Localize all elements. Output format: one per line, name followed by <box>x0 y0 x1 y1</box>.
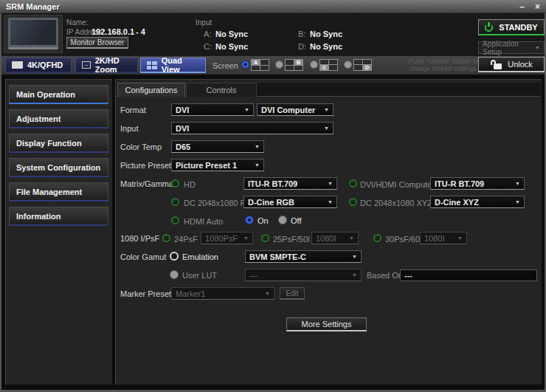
application-setup-label: Application Setup <box>483 40 535 56</box>
chevron-down-icon: ▼ <box>321 107 329 112</box>
chevron-down-icon: ▼ <box>252 162 260 168</box>
input-c-channel: C: <box>204 42 212 51</box>
standby-button[interactable]: STANDBY <box>478 19 545 35</box>
format-label: Format <box>120 106 146 114</box>
user-lut-radio[interactable] <box>170 270 179 279</box>
format-computer-dropdown[interactable]: DVI Computer ▼ <box>257 103 334 116</box>
picture-preset-label: Picture Preset <box>120 161 171 170</box>
chevron-down-icon: ▼ <box>349 272 357 278</box>
minimize-button[interactable]: – <box>519 1 525 13</box>
unlock-button[interactable]: Unlock <box>478 57 545 72</box>
hdmi-auto-off-radio[interactable] <box>278 216 287 224</box>
window-title: SRM Manager <box>6 2 60 11</box>
hdmi-auto-on-radio[interactable] <box>245 216 254 224</box>
sidebar-item-label: System Configuration <box>16 163 100 172</box>
dc-xyz-label: DC 2048x1080 XYZ <box>360 199 432 207</box>
input-dropdown[interactable]: DVI ▼ <box>171 122 334 134</box>
chevron-down-icon: ▼ <box>262 291 270 296</box>
sidebar-item-label: Adjustment <box>16 114 61 123</box>
psf-25-led-indicator <box>261 234 269 242</box>
more-settings-button[interactable]: More Settings <box>286 317 367 331</box>
dc-rgb-led-indicator <box>171 198 179 206</box>
chevron-down-icon: ▼ <box>241 107 249 112</box>
monitor-screen <box>10 20 56 45</box>
psf-30-label: 30PsF/60I <box>385 235 422 244</box>
quad-grid-icon <box>147 61 157 69</box>
quadrant-b: B <box>294 60 303 65</box>
srm-manager-window: SRM Manager – × Name: IP Address: 192.16… <box>0 0 546 392</box>
hd-led-indicator <box>171 179 179 188</box>
sidebar-item-system-configuration[interactable]: System Configuration <box>9 158 108 177</box>
chevron-down-icon: ▼ <box>241 235 249 241</box>
psf-30-value: 1080I <box>424 234 445 243</box>
application-setup-button[interactable]: Application Setup ▼ <box>478 41 545 54</box>
dc-rgb-matrix-dropdown[interactable]: D-Cine RGB ▼ <box>243 196 337 208</box>
ip-address-suffix: - 4 <box>136 27 145 36</box>
standby-label: STANDBY <box>499 23 537 32</box>
input-c-status: No Sync <box>215 42 248 51</box>
view-button-quad-view[interactable]: Quad View <box>140 58 206 73</box>
emulation-label: Emulation <box>182 252 218 261</box>
unlock-padlock-icon <box>490 60 502 69</box>
hdmi-auto-on-label: On <box>258 216 269 225</box>
view-button-2k-hd-zoom[interactable]: ↔ 2K/HD Zoom <box>75 58 138 73</box>
screen-b-quad-icon[interactable]: B <box>285 59 303 71</box>
sidebar-item-adjustment[interactable]: Adjustment <box>9 109 108 128</box>
sidebar-item-file-management[interactable]: File Management <box>9 182 108 202</box>
monitor-browser-button[interactable]: Monitor Browser <box>66 37 128 49</box>
name-label: Name: <box>66 18 88 27</box>
screen-d-quad-icon[interactable]: D <box>353 59 372 71</box>
dc-xyz-matrix-value: D-Cine XYZ <box>435 198 479 207</box>
unlock-hint-line1: Push "Unlock" button to <box>409 58 478 65</box>
close-button[interactable]: × <box>535 1 540 13</box>
tab-controls[interactable]: Controls <box>186 83 257 97</box>
power-icon <box>485 22 494 32</box>
user-lut-value: --- <box>249 271 258 280</box>
dvi-hdmi-matrix-dropdown[interactable]: ITU-R BT.709 ▼ <box>430 177 525 190</box>
hdmi-auto-led-indicator <box>171 216 179 224</box>
dvi-hdmi-led-indicator <box>349 179 357 188</box>
emulation-radio[interactable] <box>170 252 179 261</box>
title-bar: SRM Manager – × <box>0 0 546 13</box>
dc-xyz-matrix-dropdown[interactable]: D-Cine XYZ ▼ <box>430 196 525 208</box>
monitor-thumbnail-panel <box>4 15 63 53</box>
color-temp-dropdown[interactable]: D65 ▼ <box>171 140 264 153</box>
quadrant-d: D <box>363 65 371 70</box>
screen-c-radio[interactable] <box>310 61 318 69</box>
screen-d-radio[interactable] <box>344 61 352 69</box>
hdmi-auto-label: HDMI Auto <box>184 217 223 226</box>
format-value: DVI <box>176 106 189 114</box>
monitor-icon <box>12 61 23 69</box>
hd-matrix-dropdown[interactable]: ITU-R BT.709 ▼ <box>243 177 337 190</box>
color-gamut-label: Color Gamut <box>120 252 166 261</box>
color-temp-value: D65 <box>176 142 190 151</box>
marker-preset-label: Marker Preset <box>120 289 171 298</box>
screen-a-quad-icon[interactable]: A <box>251 59 269 71</box>
dvi-hdmi-label: DVI/HDMI Computer <box>360 180 435 189</box>
chevron-down-icon: ▼ <box>349 254 357 259</box>
sidebar-item-information[interactable]: Information <box>9 207 108 226</box>
screen-c-quad-icon[interactable]: C <box>319 59 338 71</box>
emulation-dropdown[interactable]: BVM SMPTE-C ▼ <box>245 250 362 263</box>
sidebar-item-display-function[interactable]: Display Function <box>9 134 108 153</box>
input-b-status: No Sync <box>310 30 342 38</box>
view-button-4k-qfhd[interactable]: 4K/QFHD <box>5 58 72 73</box>
psf-label: 1080 I/PsF <box>120 234 159 243</box>
sidebar-item-main-operation[interactable]: Main Operation <box>9 85 108 104</box>
dc-xyz-led-indicator <box>349 198 357 206</box>
screen-b-radio[interactable] <box>275 61 283 69</box>
view-quad-label: Quad View <box>162 56 199 74</box>
dvi-hdmi-matrix-value: ITU-R BT.709 <box>435 179 484 188</box>
screen-a-radio[interactable] <box>241 61 249 69</box>
input-label: Input <box>120 124 138 133</box>
chevron-down-icon: ▼ <box>512 199 520 204</box>
input-value: DVI <box>176 124 189 133</box>
format-dropdown[interactable]: DVI ▼ <box>171 103 254 116</box>
chevron-down-icon: ▼ <box>512 181 520 186</box>
psf-24-label: 24PsF <box>174 235 198 244</box>
picture-preset-dropdown[interactable]: Picture Preset 1 ▼ <box>171 159 264 171</box>
tab-configurations[interactable]: Configurations <box>117 83 185 97</box>
view-2k-label: 2K/HD Zoom <box>95 56 131 74</box>
chevron-down-icon: ▼ <box>252 144 260 149</box>
based-on-value: --- <box>404 271 412 280</box>
